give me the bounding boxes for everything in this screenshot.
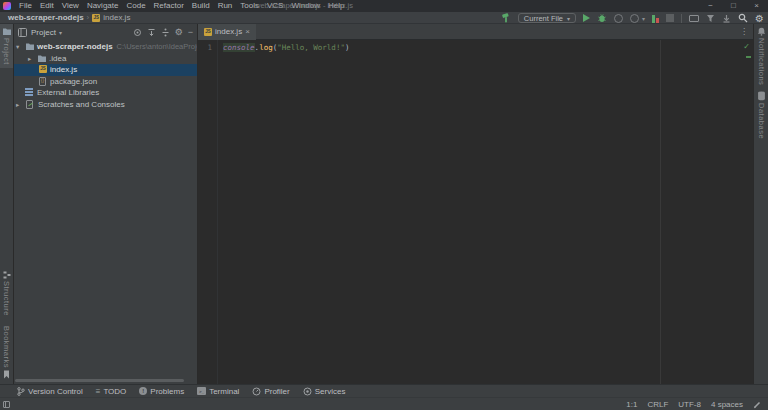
menu-view[interactable]: View xyxy=(58,0,83,12)
editor-gutter: 1 xyxy=(198,40,218,384)
menu-refactor[interactable]: Refactor xyxy=(150,0,188,12)
token-log: log xyxy=(259,43,273,52)
tool-button-services[interactable]: Services xyxy=(303,387,346,396)
search-everywhere-icon[interactable] xyxy=(738,13,748,23)
tab-label: index.js xyxy=(215,27,242,36)
update-project-icon[interactable] xyxy=(706,14,715,23)
breadcrumb-project[interactable]: web-scraper-nodejs xyxy=(8,13,84,22)
tool-button-problems[interactable]: ! Problems xyxy=(139,387,184,396)
problems-icon: ! xyxy=(139,387,147,395)
profiler-icon[interactable] xyxy=(652,14,659,23)
download-icon[interactable] xyxy=(722,14,731,23)
collapse-all-icon[interactable] xyxy=(161,28,170,37)
run-with-coverage-icon[interactable] xyxy=(614,14,623,23)
select-opened-file-icon[interactable] xyxy=(133,28,142,37)
tab-indexjs[interactable]: JS index.js × xyxy=(198,24,256,40)
project-view-icon xyxy=(18,28,27,37)
tab-options-kebab-icon[interactable]: ⋮ xyxy=(740,27,753,36)
run-button[interactable] xyxy=(583,14,590,22)
tool-button-label: Services xyxy=(315,387,346,396)
menu-code[interactable]: Code xyxy=(122,0,149,12)
chevron-collapsed-icon[interactable]: ▸ xyxy=(28,53,31,65)
stripe-label-database: Database xyxy=(757,103,766,139)
status-bar: 1:1 CRLF UTF-8 4 spaces xyxy=(0,397,768,410)
editor-area: JS index.js × ⋮ 1 console.log("Hello, Wo… xyxy=(198,24,753,384)
rerun-icon[interactable] xyxy=(630,14,639,23)
tool-button-label: Version Control xyxy=(28,387,83,396)
expand-all-icon[interactable] xyxy=(147,28,156,37)
tree-row-packagejson[interactable]: {} package.json xyxy=(14,76,197,88)
navigation-bar: web-scraper-nodejs › JS index.js Current… xyxy=(0,12,768,24)
tool-button-profiler[interactable]: Profiler xyxy=(252,387,289,396)
horizontal-scrollbar[interactable] xyxy=(15,379,184,382)
chevron-down-icon: ▾ xyxy=(567,15,570,22)
chevron-expanded-icon[interactable]: ▾ xyxy=(16,41,19,53)
title-bar: File Edit View Navigate Code Refactor Bu… xyxy=(0,0,768,12)
menu-file[interactable]: File xyxy=(15,0,36,12)
menu-run[interactable]: Run xyxy=(214,0,237,12)
stripe-button-bookmarks[interactable]: Bookmarks xyxy=(0,323,13,382)
quick-access-icon[interactable] xyxy=(3,401,10,408)
stripe-label-notifications: Notifications xyxy=(757,38,766,85)
close-button[interactable]: × xyxy=(745,0,768,12)
debug-bug-icon[interactable] xyxy=(597,13,607,23)
stripe-button-notifications[interactable]: Notifications xyxy=(754,24,768,88)
terminal-icon: >_ xyxy=(197,387,206,395)
tool-button-label: Terminal xyxy=(209,387,239,396)
tool-button-version-control[interactable]: Version Control xyxy=(17,387,83,396)
encoding-widget[interactable]: UTF-8 xyxy=(678,400,701,409)
panel-settings-gear-icon[interactable]: ⚙ xyxy=(175,27,183,37)
bookmark-icon xyxy=(3,370,10,379)
code-editor[interactable]: 1 console.log("Hello, World!") ✓ xyxy=(198,40,753,384)
project-tree: ▾ web-scraper-nodejsC:\Users\anton\IdeaP… xyxy=(14,41,197,110)
hide-panel-icon[interactable]: − xyxy=(188,27,193,37)
caret-position-widget[interactable]: 1:1 xyxy=(626,400,637,409)
json-file-icon: {} xyxy=(39,77,46,86)
tree-row-indexjs[interactable]: JS index.js xyxy=(14,64,197,76)
analysis-stripe-mark xyxy=(746,56,751,58)
main-toolbar: Current File ▾ ▾ xyxy=(501,12,764,24)
tool-button-label: Problems xyxy=(150,387,184,396)
build-hammer-icon[interactable] xyxy=(501,13,511,23)
indent-widget[interactable]: 4 spaces xyxy=(711,400,743,409)
breadcrumb-file[interactable]: index.js xyxy=(103,13,130,22)
chevron-collapsed-icon[interactable]: ▸ xyxy=(16,99,19,111)
chevron-down-icon[interactable]: ▾ xyxy=(59,29,62,36)
tool-button-todo[interactable]: ≡ TODO xyxy=(96,387,127,396)
breadcrumb-separator: › xyxy=(87,13,90,22)
inspections-ok-icon[interactable]: ✓ xyxy=(743,42,750,51)
minimize-button[interactable]: − xyxy=(699,0,722,12)
menu-build[interactable]: Build xyxy=(188,0,214,12)
folder-icon xyxy=(2,27,12,36)
write-access-pen-icon[interactable] xyxy=(753,400,762,409)
menu-edit[interactable]: Edit xyxy=(36,0,58,12)
menu-navigate[interactable]: Navigate xyxy=(83,0,123,12)
token-close-paren: ) xyxy=(345,43,350,52)
stripe-button-database[interactable]: Database xyxy=(754,88,768,142)
tree-row-scratches[interactable]: ▸ Scratches and Consoles xyxy=(14,99,197,111)
close-tab-icon[interactable]: × xyxy=(245,27,250,36)
tree-row-idea-folder[interactable]: ▸ .idea xyxy=(14,53,197,65)
token-string: "Hello, World!" xyxy=(277,43,345,52)
maximize-button[interactable]: □ xyxy=(722,0,745,12)
ide-logo-icon xyxy=(3,2,11,10)
database-icon xyxy=(757,91,766,101)
services-gauge-icon xyxy=(303,387,312,396)
tree-row-root[interactable]: ▾ web-scraper-nodejsC:\Users\anton\IdeaP… xyxy=(14,41,197,53)
project-panel-title[interactable]: Project xyxy=(31,28,56,37)
line-endings-widget[interactable]: CRLF xyxy=(647,400,668,409)
tree-label-scratches: Scratches and Consoles xyxy=(38,99,125,111)
libraries-icon xyxy=(25,88,33,96)
run-configuration-select[interactable]: Current File ▾ xyxy=(518,13,576,23)
stripe-button-project[interactable]: Project xyxy=(0,24,13,68)
tree-row-external-libraries[interactable]: External Libraries xyxy=(14,87,197,99)
stripe-button-structure[interactable]: Structure xyxy=(0,268,13,319)
settings-gear-icon[interactable]: ⚙ xyxy=(755,13,764,24)
tool-button-terminal[interactable]: >_ Terminal xyxy=(197,387,239,396)
stop-button[interactable] xyxy=(666,14,674,22)
tree-label-indexjs: index.js xyxy=(50,64,77,76)
chevron-down-icon[interactable]: ▾ xyxy=(642,15,645,22)
project-path: C:\Users\anton\IdeaProjects\brightdata\w… xyxy=(117,42,197,51)
profiler-gauge-icon xyxy=(252,387,261,396)
code-with-me-icon[interactable] xyxy=(689,15,699,22)
